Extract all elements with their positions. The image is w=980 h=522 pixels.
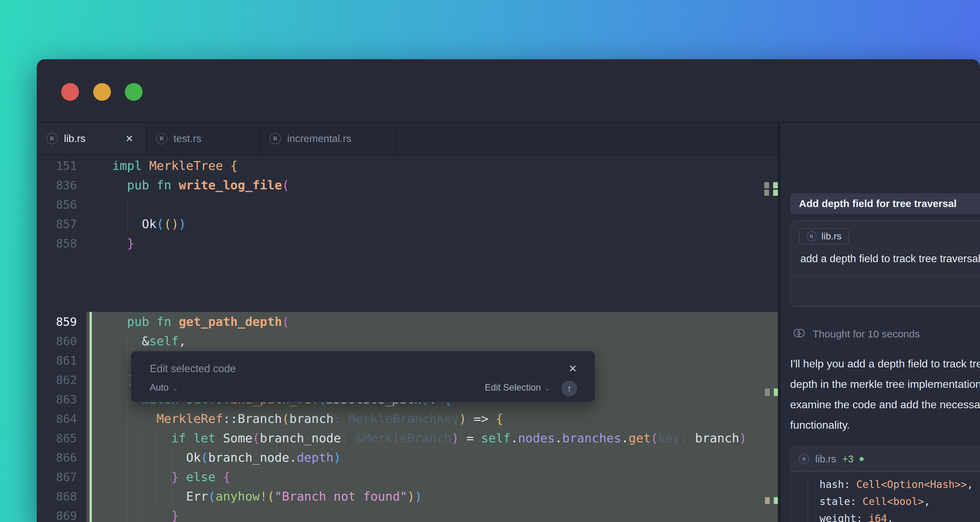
code-line: 868 Err(anyhow!("Branch not found")) [37,487,778,506]
tab-incremental.rs[interactable]: incremental.rs [260,123,397,155]
diff-code-line: weight: i64, [801,510,980,522]
rust-file-icon [46,133,58,144]
edit-prediction-marker [765,497,770,504]
code-line: 836 pub fn write_log_file( [37,176,778,195]
response-line: examine the code and add the necessary [790,394,980,415]
line-number: 866 [37,451,77,465]
send-button[interactable]: ↑ [562,381,577,396]
code-line: 860 &self, [37,331,778,351]
thought-row[interactable]: Thought for 10 seconds [793,327,920,341]
panel-divider[interactable] [778,123,781,522]
edit-prediction-marker [773,190,778,196]
code-line: 858 } [37,234,778,253]
line-number: 856 [37,198,77,211]
card-divider [791,275,980,276]
code-line: 867 } else { [37,467,778,487]
tab-label: incremental.rs [287,133,351,144]
line-number: 859 [37,315,77,329]
rust-file-icon [807,231,817,241]
code-line: 864 MerkleRef::Branch(branch: MerkleBran… [37,409,778,428]
close-icon[interactable]: ✕ [569,362,577,375]
diff-code-line: stale: Cell<bool>, [801,493,980,510]
line-number: 863 [37,393,77,406]
diff-card-header[interactable]: lib.rs +3 [791,447,980,472]
line-number: 867 [37,470,77,484]
user-message-card: lib.rs add a depth field to track tree t… [790,221,980,307]
inline-assist-input[interactable]: Edit selected code [150,362,236,375]
code-line: 856 [37,195,778,214]
diff-file-label: lib.rs [815,453,836,465]
brain-icon [793,327,806,340]
inline-assist-popup: Edit selected code ✕ Auto⌄ Edit Selectio… [130,351,595,402]
line-number: 862 [37,373,77,387]
file-context-label: lib.rs [821,231,842,242]
code-line: 869 } [37,506,778,522]
line-number: 151 [37,159,77,172]
chevron-down-icon: ⌄ [172,384,178,392]
user-message-text: add a depth field to track tree traversa… [800,253,980,265]
rust-file-icon [799,454,809,464]
minimize-window-button[interactable] [93,83,111,101]
response-line: functionality. [790,415,980,435]
line-number: 864 [37,412,77,426]
diff-code-line: hash: Cell<Option<Hash>>, [801,476,980,493]
line-number: 857 [37,217,77,231]
tab-label: test.rs [173,133,202,144]
line-number: 868 [37,490,77,503]
edit-prediction-marker [764,182,769,188]
model-selector[interactable]: Auto⌄ [150,382,178,393]
code-line: 866 Ok(branch_node.depth) [37,448,778,467]
tab-label: lib.rs [64,133,86,144]
line-number: 836 [37,179,77,192]
code-block-top: 151 impl MerkleTree { 836 pub fn write_l… [37,156,778,253]
code-line: 151 impl MerkleTree { [37,156,778,176]
code-line: 865 if let Some(branch_node: &MerkleBran… [37,428,778,448]
chevron-down-icon: ⌄ [544,384,550,392]
code-editor[interactable]: 151 impl MerkleTree { 836 pub fn write_l… [37,155,778,522]
edit-prediction-marker [773,182,778,188]
modified-dot-icon [859,457,864,461]
thread-title: Add depth field for tree traversal [790,193,980,214]
response-line: depth in the merkle tree implementation.… [790,374,980,394]
thought-label: Thought for 10 seconds [813,328,920,340]
line-number: 858 [37,237,77,250]
edit-prediction-marker [765,388,770,396]
tab-test.rs[interactable]: test.rs [146,123,260,155]
assistant-panel: Add depth field for tree traversal lib.r… [781,123,980,522]
added-lines-count: +3 [842,453,853,465]
code-line: 857 Ok(()) [37,214,778,234]
close-tab-icon[interactable]: ✕ [126,133,134,144]
edit-selection-button[interactable]: Edit Selection⌄ [485,382,550,393]
tab-lib.rs[interactable]: lib.rs ✕ [37,123,146,155]
tab-bar: lib.rs ✕ test.rs incremental.rs [37,123,778,155]
diff-code-block: hash: Cell<Option<Hash>>, stale: Cell<bo… [791,476,980,522]
selected-code-block: 859 pub fn get_path_depth( 860 &self, 86… [37,312,778,522]
line-number: 865 [37,431,77,445]
code-block-selection: 859 pub fn get_path_depth( 860 &self, 86… [37,312,778,522]
response-line: I'll help you add a depth field to track… [790,353,980,374]
line-number: 869 [37,509,77,522]
line-number: 860 [37,334,77,348]
rust-file-icon [156,133,167,144]
rust-file-icon [269,133,281,144]
indent-guide [127,196,127,234]
close-window-button[interactable] [61,83,79,101]
code-line: 859 pub fn get_path_depth( [37,312,778,331]
diff-code-card[interactable]: lib.rs +3 hash: Cell<Option<Hash>>, stal… [790,446,980,522]
zoom-window-button[interactable] [125,83,143,101]
line-number: 861 [37,354,77,367]
editor-window: lib.rs ✕ test.rs incremental.rs 151 impl… [37,59,980,522]
assistant-response-text: I'll help you add a depth field to track… [790,353,980,435]
file-context-chip[interactable]: lib.rs [799,228,849,244]
titlebar[interactable] [37,59,980,123]
edit-prediction-marker [764,190,769,196]
